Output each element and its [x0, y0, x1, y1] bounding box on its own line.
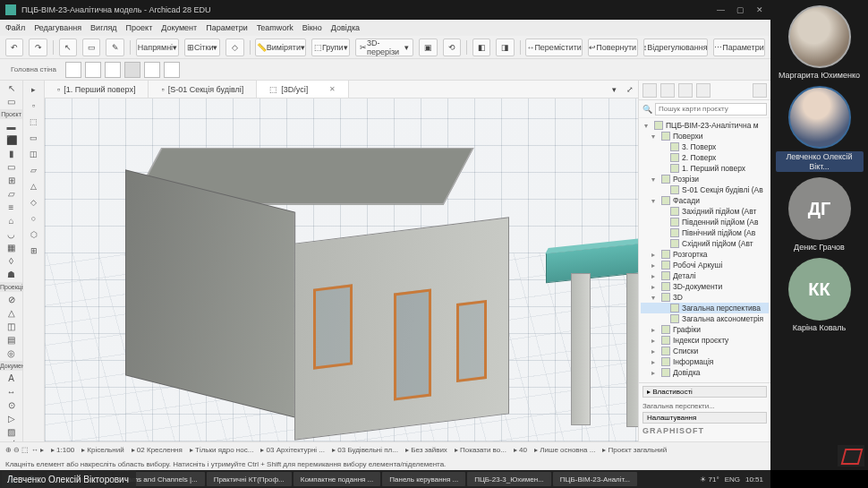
nav-close-icon[interactable] [753, 83, 767, 98]
tray-lang[interactable]: ENG [725, 475, 740, 484]
worksheet-tool[interactable]: ▤ [3, 334, 21, 346]
menu-довідка[interactable]: Довідка [331, 23, 360, 32]
tree-node[interactable]: ▾Фасади [641, 195, 769, 206]
column-tool[interactable]: ▮ [3, 148, 21, 159]
tracking-dropdown[interactable]: Напрямні ▾ [136, 39, 179, 56]
tree-node[interactable]: 3. Поверх [641, 141, 769, 152]
curtain-tool[interactable]: ▦ [3, 242, 21, 253]
menu-документ[interactable]: Документ [161, 23, 197, 32]
beam-tool[interactable]: ▭ [3, 161, 21, 173]
section-tool[interactable]: ⊘ [3, 294, 21, 305]
sec-tool-4[interactable]: ▭ [26, 131, 42, 145]
tree-node[interactable]: Східний підйом (Авт [641, 238, 769, 249]
participant[interactable]: КККаріна Коваль [776, 258, 864, 333]
sec-tool-10[interactable]: ⬡ [26, 227, 42, 242]
infobox-btn-3[interactable] [105, 62, 121, 78]
tree-node[interactable]: Загальна аксонометрія [641, 313, 769, 324]
tree-node[interactable]: Північний підйом (Ав [641, 227, 769, 238]
window-tool[interactable]: ⊞ [3, 175, 21, 186]
grid-dropdown[interactable]: ⊞ Сітки ▾ [184, 39, 220, 56]
taskbar-item-2[interactable]: Практичні КТ(Проф... [207, 472, 292, 486]
menu-вікно[interactable]: Вікно [302, 23, 322, 32]
tree-node[interactable]: ▸Розгортка [641, 249, 769, 260]
params-button[interactable]: ⋯ Параметри [713, 39, 765, 56]
object-tool[interactable]: ☗ [3, 269, 21, 280]
snap-button[interactable]: ◇ [226, 39, 243, 56]
detail-tool[interactable]: ◎ [3, 347, 21, 359]
infobox-btn-4[interactable] [124, 62, 140, 78]
tree-node[interactable]: ▸Довідка [641, 367, 769, 378]
move-button[interactable]: ↔ Перемістити [525, 39, 582, 56]
tree-node[interactable]: ▸Інформація [641, 356, 769, 367]
scale-selector[interactable]: ▸ 1:100 [51, 446, 74, 454]
tree-node[interactable]: 1. Перший поверх [641, 163, 769, 174]
door-tool[interactable]: ⬛ [3, 134, 21, 146]
nav-publisher-icon[interactable] [696, 83, 711, 98]
tree-node[interactable]: ▸Графіки [641, 324, 769, 335]
shell-tool[interactable]: ◡ [3, 228, 21, 240]
interior-tool[interactable]: ◫ [3, 321, 21, 332]
tree-node[interactable]: ▾Поверхи [641, 131, 769, 141]
tree-node[interactable]: ▸3D-документи [641, 281, 769, 292]
participant[interactable]: ДГДенис Грачов [776, 177, 864, 253]
tree-node[interactable]: ▸Індекси проєкту [641, 335, 769, 346]
fill-tool[interactable]: ▨ [3, 426, 21, 438]
level-tool[interactable]: ⊙ [3, 399, 21, 411]
nav-layout-book-icon[interactable] [678, 83, 693, 98]
back-button[interactable]: ↩ Повернути [588, 39, 638, 56]
marquee-tool[interactable]: ▭ [3, 96, 21, 107]
nav-project-map-icon[interactable] [642, 83, 657, 98]
sec-tool-3[interactable]: ⬚ [26, 115, 42, 129]
measure-dropdown[interactable]: 📏 Виміряти ▾ [255, 39, 306, 56]
tree-node[interactable]: Південний підйом (Ав [641, 217, 769, 227]
tab-floor[interactable]: ▫ [1. Перший поверх] [45, 81, 149, 98]
minimize-button[interactable]: — [717, 5, 726, 14]
menu-проект[interactable]: Проект [126, 23, 153, 32]
slab-tool[interactable]: ▱ [3, 188, 21, 200]
navigator-search-input[interactable] [655, 103, 767, 116]
sec-tool-11[interactable]: ⊞ [26, 244, 42, 258]
tree-node[interactable]: ▸Робочі Аркуші [641, 260, 769, 270]
pen-tool-button[interactable]: ✎ [106, 39, 123, 56]
tab-3d[interactable]: ⬚ [3D/усі] ✕ [257, 81, 349, 98]
undo-button[interactable]: ↶ [5, 39, 23, 56]
3dcut-dropdown[interactable]: ✂ 3D-перерізи ▾ [355, 39, 413, 56]
tree-node[interactable]: Загальна перспектива [641, 303, 769, 313]
dim-tool[interactable]: ↔ [3, 386, 21, 398]
menu-teamwork[interactable]: Teamwork [257, 23, 294, 32]
status-item-1[interactable]: ▸ 02 Креслення [132, 446, 183, 454]
redo-button[interactable]: ↷ [29, 39, 47, 56]
tree-node[interactable]: ▸Деталі [641, 270, 769, 281]
tree-node[interactable]: 2. Поверх [641, 152, 769, 163]
camera-button[interactable]: ▣ [419, 39, 437, 56]
tree-node[interactable]: ▾3D [641, 292, 769, 303]
elevation-tool[interactable]: △ [3, 307, 21, 319]
stair-tool[interactable]: ≡ [3, 201, 21, 213]
marquee-tool-button[interactable]: ▭ [82, 39, 100, 56]
tree-node[interactable]: ▾ПЦБ-BIM-23-Аналітична м [641, 120, 769, 131]
sec-tool-2[interactable]: ▫ [26, 98, 42, 113]
roof-tool[interactable]: ⌂ [3, 215, 21, 227]
status-item-7[interactable]: ▸ 40 [514, 446, 527, 454]
status-item-4[interactable]: ▸ 03 Будівельні пл... [332, 446, 398, 454]
tool-a-button[interactable]: ◧ [472, 39, 490, 56]
taskbar-item-3[interactable]: Компактне подання ... [294, 472, 381, 486]
tool-b-button[interactable]: ◨ [496, 39, 514, 56]
adjust-button[interactable]: ↕ Відрегулювання [643, 39, 708, 56]
status-item-6[interactable]: ▸ Показати во... [455, 446, 506, 454]
infobox-btn-6[interactable] [164, 62, 180, 78]
tree-node[interactable]: ▸Списки [641, 346, 769, 356]
wall-tool[interactable]: ▬ [3, 121, 21, 133]
tab-section[interactable]: ▫ [S-01 Секція будівлі] [149, 81, 257, 98]
participant[interactable]: Левченко Олексій Вікт... [776, 86, 864, 173]
status-item-3[interactable]: ▸ 03 Архітектурні ... [260, 446, 325, 454]
sec-tool-8[interactable]: ◇ [26, 195, 42, 210]
menu-файл[interactable]: Файл [5, 23, 25, 32]
status-item-2[interactable]: ▸ Тільки ядро нос... [190, 446, 254, 454]
settings-button[interactable]: Налаштування [642, 412, 767, 424]
participant[interactable]: Маргарита Юхименко [776, 5, 864, 81]
text-tool[interactable]: A [3, 372, 21, 384]
properties-header[interactable]: ▸ Властивості [642, 386, 767, 398]
maximize-button[interactable]: ▢ [736, 5, 745, 14]
zoom-controls[interactable]: ⊕ ⊖ ⬚ ↔ ▸ [5, 446, 44, 454]
